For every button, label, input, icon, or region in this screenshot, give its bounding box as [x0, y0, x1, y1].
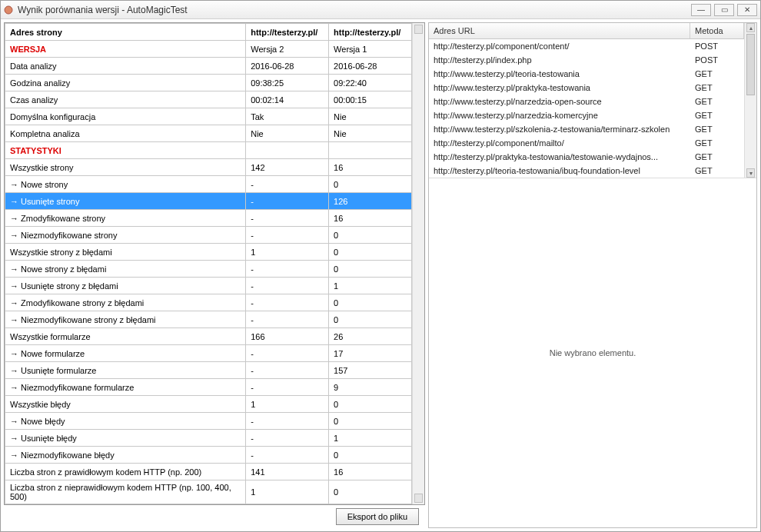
table-row[interactable]: Wszystkie strony14216 — [5, 159, 412, 176]
table-row[interactable]: → Niezmodyfikowane strony-0 — [5, 227, 412, 244]
cell: Tak — [246, 108, 329, 125]
list-item[interactable]: http://testerzy.pl/index.phpPOST — [429, 53, 744, 67]
list-item[interactable]: http://testerzy.pl/teoria-testowania/ibu… — [429, 164, 744, 178]
list-item[interactable]: http://www.testerzy.pl/narzedzia-open-so… — [429, 95, 744, 108]
cell: → Niezmodyfikowane formularze — [5, 379, 246, 396]
close-button[interactable]: ✕ — [737, 4, 757, 16]
method-cell: GET — [690, 164, 744, 178]
table-row[interactable]: → Nowe formularze-17 — [5, 345, 412, 362]
export-button[interactable]: Eksport do pliku — [336, 508, 419, 525]
table-row[interactable]: Wszystkie błędy10 — [5, 396, 412, 413]
cell: → Niezmodyfikowane strony z błędami — [5, 311, 246, 328]
cell: Wersja 2 — [246, 41, 329, 58]
url-scrollbar[interactable]: ▴ ▾ — [744, 23, 756, 178]
cell: - — [246, 413, 329, 430]
table-row[interactable]: Kompletna analizaNieNie — [5, 125, 412, 142]
table-row[interactable]: Domyślna konfiguracjaTakNie — [5, 108, 412, 125]
grid-header-v1[interactable]: http://testerzy.pl/ — [329, 24, 412, 41]
table-row[interactable]: Liczba stron z prawidłowym kodem HTTP (n… — [5, 464, 412, 480]
grid-header-label[interactable]: Adres strony — [5, 24, 246, 41]
cell: 126 — [329, 193, 412, 210]
cell: 16 — [329, 210, 412, 227]
table-row[interactable]: Godzina analizy09:38:2509:22:40 — [5, 75, 412, 91]
list-item[interactable]: http://www.testerzy.pl/teoria-testowania… — [429, 67, 744, 81]
list-item[interactable]: http://www.testerzy.pl/narzedzia-komercy… — [429, 108, 744, 122]
url-header-url[interactable]: Adres URL — [429, 23, 690, 38]
cell: Domyślna konfiguracja — [5, 108, 246, 125]
table-row[interactable]: Data analizy2016-06-282016-06-28 — [5, 58, 412, 75]
list-item[interactable]: http://www.testerzy.pl/szkolenia-z-testo… — [429, 122, 744, 136]
window-title: Wynik porównania wersji - AutoMagicTest — [18, 5, 691, 15]
cell: Nie — [329, 108, 412, 125]
table-row[interactable]: → Usunięte błędy-1 — [5, 430, 412, 447]
cell: 166 — [246, 328, 329, 345]
table-row[interactable]: → Usunięte strony-126 — [5, 193, 412, 210]
cell: → Zmodyfikowane strony z błędami — [5, 294, 246, 311]
scrollbar-icon[interactable] — [412, 23, 424, 504]
table-row[interactable]: → Zmodyfikowane strony z błędami-0 — [5, 294, 412, 311]
table-row[interactable]: → Zmodyfikowane strony-16 — [5, 210, 412, 227]
cell — [246, 142, 329, 159]
table-row[interactable]: → Nowe strony z błędami-0 — [5, 261, 412, 278]
grid-header-v2[interactable]: http://testerzy.pl/ — [246, 24, 329, 41]
svg-point-0 — [5, 6, 12, 14]
url-cell: http://www.testerzy.pl/narzedzia-open-so… — [429, 95, 690, 108]
list-item[interactable]: http://testerzy.pl/component/mailto/GET — [429, 136, 744, 150]
maximize-button[interactable]: ▭ — [714, 4, 734, 16]
cell: 1 — [246, 396, 329, 413]
url-cell: http://testerzy.pl/index.php — [429, 53, 690, 67]
list-item[interactable]: http://www.testerzy.pl/praktyka-testowan… — [429, 81, 744, 95]
cell: → Nowe strony — [5, 176, 246, 193]
table-row[interactable]: → Usunięte formularze-157 — [5, 362, 412, 379]
minimize-button[interactable]: — — [691, 4, 711, 16]
comparison-grid[interactable]: Adres strony http://testerzy.pl/ http://… — [5, 23, 412, 504]
cell: 157 — [329, 362, 412, 379]
method-cell: GET — [690, 108, 744, 122]
table-row[interactable]: → Niezmodyfikowane formularze-9 — [5, 379, 412, 396]
url-cell: http://testerzy.pl/teoria-testowania/ibu… — [429, 164, 690, 178]
cell: - — [246, 261, 329, 278]
cell: 0 — [329, 480, 412, 504]
table-row[interactable]: → Nowe strony-0 — [5, 176, 412, 193]
method-cell: POST — [690, 39, 744, 53]
table-row[interactable]: WERSJAWersja 2Wersja 1 — [5, 41, 412, 58]
table-row[interactable]: → Niezmodyfikowane błędy-0 — [5, 447, 412, 464]
table-row[interactable]: STATYSTYKI — [5, 142, 412, 159]
empty-selection-message: Nie wybrano elementu. — [429, 178, 756, 527]
cell: 0 — [329, 311, 412, 328]
app-icon — [4, 5, 13, 15]
cell: → Niezmodyfikowane strony — [5, 227, 246, 244]
table-row[interactable]: Wszystkie formularze16626 — [5, 328, 412, 345]
table-row[interactable]: Wszystkie strony z błędami10 — [5, 244, 412, 261]
cell: 0 — [329, 227, 412, 244]
app-window: Wynik porównania wersji - AutoMagicTest … — [0, 0, 761, 532]
cell: 9 — [329, 379, 412, 396]
cell: → Nowe formularze — [5, 345, 246, 362]
cell: - — [246, 345, 329, 362]
cell: → Niezmodyfikowane błędy — [5, 447, 246, 464]
comparison-grid-scroll[interactable]: Adres strony http://testerzy.pl/ http://… — [5, 23, 412, 504]
table-row[interactable]: → Niezmodyfikowane strony z błędami-0 — [5, 311, 412, 328]
scroll-up-icon[interactable]: ▴ — [746, 23, 755, 32]
table-row[interactable]: → Nowe błędy-0 — [5, 413, 412, 430]
cell: 0 — [329, 244, 412, 261]
scroll-down-icon[interactable]: ▾ — [746, 168, 755, 178]
details-pane: Adres URL Metoda http://testerzy.pl/comp… — [428, 22, 757, 528]
list-item[interactable]: http://testerzy.pl/praktyka-testowania/t… — [429, 150, 744, 164]
method-cell: POST — [690, 53, 744, 67]
cell: 1 — [246, 480, 329, 504]
url-list[interactable]: http://testerzy.pl/component/content/POS… — [429, 39, 744, 178]
method-cell: GET — [690, 136, 744, 150]
table-row[interactable]: → Usunięte strony z błędami-1 — [5, 278, 412, 294]
list-item[interactable]: http://testerzy.pl/component/content/POS… — [429, 39, 744, 53]
scroll-thumb[interactable] — [746, 34, 755, 95]
titlebar[interactable]: Wynik porównania wersji - AutoMagicTest … — [1, 1, 760, 19]
cell: 0 — [329, 396, 412, 413]
table-row[interactable]: Liczba stron z nieprawidłowym kodem HTTP… — [5, 480, 412, 504]
cell: STATYSTYKI — [5, 142, 246, 159]
cell: 2016-06-28 — [246, 58, 329, 75]
table-row[interactable]: Czas analizy00:02:1400:00:15 — [5, 91, 412, 108]
cell: Godzina analizy — [5, 75, 246, 91]
url-header-method[interactable]: Metoda — [690, 23, 744, 38]
cell: 0 — [329, 294, 412, 311]
